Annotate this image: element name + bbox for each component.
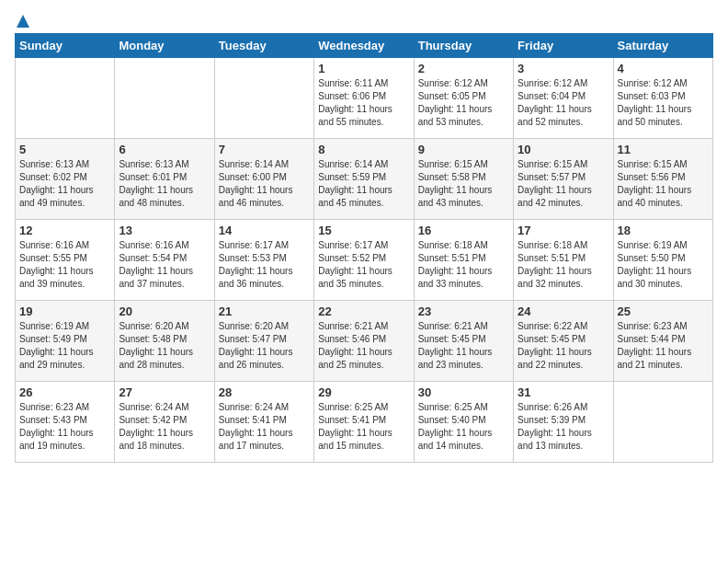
cell-info: Sunrise: 6:17 AM Sunset: 5:52 PM Dayligh… (318, 239, 409, 291)
cell-info: Sunrise: 6:22 AM Sunset: 5:45 PM Dayligh… (518, 320, 609, 372)
day-number: 10 (518, 143, 609, 156)
calendar-cell: 17Sunrise: 6:18 AM Sunset: 5:51 PM Dayli… (514, 220, 613, 301)
day-number: 8 (318, 143, 409, 156)
day-number: 24 (518, 304, 609, 318)
cell-info: Sunrise: 6:14 AM Sunset: 5:59 PM Dayligh… (318, 158, 409, 210)
calendar-cell: 31Sunrise: 6:26 AM Sunset: 5:39 PM Dayli… (514, 382, 613, 463)
day-number: 17 (518, 224, 609, 237)
cell-info: Sunrise: 6:14 AM Sunset: 6:00 PM Dayligh… (219, 158, 310, 210)
day-number: 21 (219, 304, 310, 318)
day-number: 30 (418, 385, 509, 399)
calendar-cell (16, 58, 115, 139)
header (15, 15, 713, 28)
calendar-cell: 12Sunrise: 6:16 AM Sunset: 5:55 PM Dayli… (16, 220, 115, 301)
calendar-cell: 7Sunrise: 6:14 AM Sunset: 6:00 PM Daylig… (214, 139, 313, 220)
cell-info: Sunrise: 6:16 AM Sunset: 5:55 PM Dayligh… (19, 239, 110, 291)
day-number: 28 (219, 385, 310, 399)
calendar-cell: 30Sunrise: 6:25 AM Sunset: 5:40 PM Dayli… (414, 382, 513, 463)
day-number: 26 (19, 385, 110, 399)
calendar-cell (214, 58, 313, 139)
cell-info: Sunrise: 6:25 AM Sunset: 5:40 PM Dayligh… (418, 401, 509, 453)
calendar-cell: 24Sunrise: 6:22 AM Sunset: 5:45 PM Dayli… (514, 301, 613, 382)
calendar-cell: 4Sunrise: 6:12 AM Sunset: 6:03 PM Daylig… (613, 58, 712, 139)
cell-info: Sunrise: 6:23 AM Sunset: 5:44 PM Dayligh… (618, 320, 709, 372)
calendar-cell: 21Sunrise: 6:20 AM Sunset: 5:47 PM Dayli… (214, 301, 313, 382)
calendar-cell: 22Sunrise: 6:21 AM Sunset: 5:46 PM Dayli… (314, 301, 414, 382)
cell-info: Sunrise: 6:15 AM Sunset: 5:58 PM Dayligh… (418, 158, 509, 210)
calendar-cell: 25Sunrise: 6:23 AM Sunset: 5:44 PM Dayli… (613, 301, 712, 382)
week-row-4: 19Sunrise: 6:19 AM Sunset: 5:49 PM Dayli… (16, 301, 713, 382)
cell-info: Sunrise: 6:18 AM Sunset: 5:51 PM Dayligh… (418, 239, 509, 291)
cell-info: Sunrise: 6:15 AM Sunset: 5:56 PM Dayligh… (618, 158, 709, 210)
day-number: 3 (518, 62, 609, 75)
day-number: 27 (119, 385, 210, 399)
day-number: 29 (318, 385, 409, 399)
day-number: 13 (119, 224, 210, 237)
cell-info: Sunrise: 6:24 AM Sunset: 5:42 PM Dayligh… (119, 401, 210, 453)
week-row-1: 1Sunrise: 6:11 AM Sunset: 6:06 PM Daylig… (16, 58, 713, 139)
day-number: 7 (219, 143, 310, 156)
calendar-cell: 3Sunrise: 6:12 AM Sunset: 6:04 PM Daylig… (514, 58, 613, 139)
cell-info: Sunrise: 6:12 AM Sunset: 6:05 PM Dayligh… (418, 77, 509, 129)
calendar-cell (613, 382, 712, 463)
svg-marker-0 (17, 15, 29, 28)
calendar-cell: 14Sunrise: 6:17 AM Sunset: 5:53 PM Dayli… (214, 220, 313, 301)
day-number: 31 (518, 385, 609, 399)
day-number: 18 (618, 224, 709, 237)
week-row-5: 26Sunrise: 6:23 AM Sunset: 5:43 PM Dayli… (16, 382, 713, 463)
cell-info: Sunrise: 6:24 AM Sunset: 5:41 PM Dayligh… (219, 401, 310, 453)
week-row-2: 5Sunrise: 6:13 AM Sunset: 6:02 PM Daylig… (16, 139, 713, 220)
calendar-cell: 5Sunrise: 6:13 AM Sunset: 6:02 PM Daylig… (16, 139, 115, 220)
cell-info: Sunrise: 6:21 AM Sunset: 5:45 PM Dayligh… (418, 320, 509, 372)
cell-info: Sunrise: 6:11 AM Sunset: 6:06 PM Dayligh… (318, 77, 409, 129)
logo-icon (17, 15, 29, 31)
weekday-header-row: SundayMondayTuesdayWednesdayThursdayFrid… (16, 34, 713, 58)
cell-info: Sunrise: 6:25 AM Sunset: 5:41 PM Dayligh… (318, 401, 409, 453)
calendar-cell: 19Sunrise: 6:19 AM Sunset: 5:49 PM Dayli… (16, 301, 115, 382)
cell-info: Sunrise: 6:23 AM Sunset: 5:43 PM Dayligh… (19, 401, 110, 453)
cell-info: Sunrise: 6:17 AM Sunset: 5:53 PM Dayligh… (219, 239, 310, 291)
cell-info: Sunrise: 6:26 AM Sunset: 5:39 PM Dayligh… (518, 401, 609, 453)
day-number: 11 (618, 143, 709, 156)
calendar-cell: 1Sunrise: 6:11 AM Sunset: 6:06 PM Daylig… (314, 58, 414, 139)
weekday-header-friday: Friday (514, 34, 613, 58)
calendar-cell: 29Sunrise: 6:25 AM Sunset: 5:41 PM Dayli… (314, 382, 414, 463)
calendar-cell: 27Sunrise: 6:24 AM Sunset: 5:42 PM Dayli… (115, 382, 214, 463)
calendar-cell: 10Sunrise: 6:15 AM Sunset: 5:57 PM Dayli… (514, 139, 613, 220)
calendar-cell: 26Sunrise: 6:23 AM Sunset: 5:43 PM Dayli… (16, 382, 115, 463)
calendar-cell (115, 58, 214, 139)
day-number: 25 (618, 304, 709, 318)
week-row-3: 12Sunrise: 6:16 AM Sunset: 5:55 PM Dayli… (16, 220, 713, 301)
day-number: 6 (119, 143, 210, 156)
calendar-table: SundayMondayTuesdayWednesdayThursdayFrid… (15, 33, 713, 463)
calendar-cell: 9Sunrise: 6:15 AM Sunset: 5:58 PM Daylig… (414, 139, 513, 220)
cell-info: Sunrise: 6:18 AM Sunset: 5:51 PM Dayligh… (518, 239, 609, 291)
day-number: 16 (418, 224, 509, 237)
day-number: 5 (19, 143, 110, 156)
weekday-header-wednesday: Wednesday (314, 34, 414, 58)
weekday-header-tuesday: Tuesday (214, 34, 313, 58)
cell-info: Sunrise: 6:15 AM Sunset: 5:57 PM Dayligh… (518, 158, 609, 210)
calendar-cell: 18Sunrise: 6:19 AM Sunset: 5:50 PM Dayli… (613, 220, 712, 301)
cell-info: Sunrise: 6:16 AM Sunset: 5:54 PM Dayligh… (119, 239, 210, 291)
cell-info: Sunrise: 6:21 AM Sunset: 5:46 PM Dayligh… (318, 320, 409, 372)
day-number: 1 (318, 62, 409, 75)
day-number: 2 (418, 62, 509, 75)
day-number: 4 (618, 62, 709, 75)
cell-info: Sunrise: 6:13 AM Sunset: 6:01 PM Dayligh… (119, 158, 210, 210)
calendar-cell: 28Sunrise: 6:24 AM Sunset: 5:41 PM Dayli… (214, 382, 313, 463)
day-number: 15 (318, 224, 409, 237)
calendar-cell: 13Sunrise: 6:16 AM Sunset: 5:54 PM Dayli… (115, 220, 214, 301)
calendar-cell: 11Sunrise: 6:15 AM Sunset: 5:56 PM Dayli… (613, 139, 712, 220)
day-number: 9 (418, 143, 509, 156)
day-number: 14 (219, 224, 310, 237)
calendar-cell: 16Sunrise: 6:18 AM Sunset: 5:51 PM Dayli… (414, 220, 513, 301)
calendar-cell: 2Sunrise: 6:12 AM Sunset: 6:05 PM Daylig… (414, 58, 513, 139)
calendar-cell: 6Sunrise: 6:13 AM Sunset: 6:01 PM Daylig… (115, 139, 214, 220)
weekday-header-sunday: Sunday (16, 34, 115, 58)
cell-info: Sunrise: 6:12 AM Sunset: 6:03 PM Dayligh… (618, 77, 709, 129)
day-number: 19 (19, 304, 110, 318)
calendar-cell: 8Sunrise: 6:14 AM Sunset: 5:59 PM Daylig… (314, 139, 414, 220)
day-number: 20 (119, 304, 210, 318)
cell-info: Sunrise: 6:19 AM Sunset: 5:49 PM Dayligh… (19, 320, 110, 372)
